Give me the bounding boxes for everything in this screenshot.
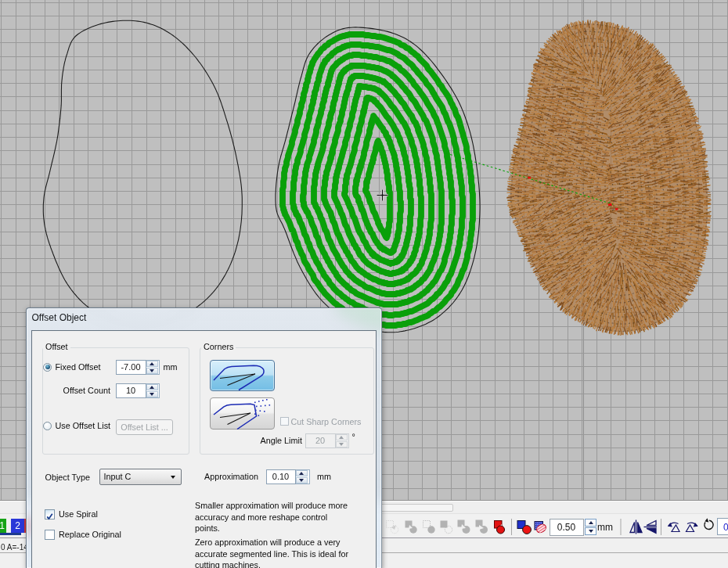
svg-text:0: 0: [723, 522, 728, 533]
